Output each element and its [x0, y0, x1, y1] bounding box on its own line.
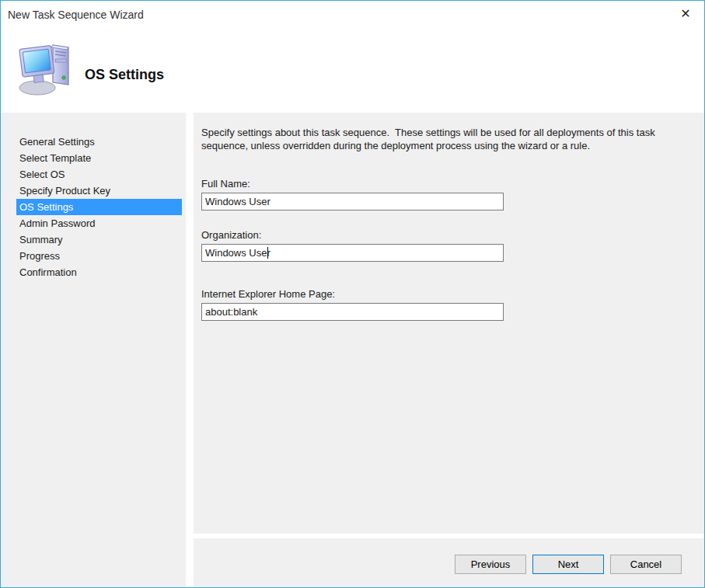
page-title: OS Settings: [85, 67, 164, 83]
wizard-window: New Task Sequence Wizard ✕: [0, 0, 705, 588]
close-icon: ✕: [680, 6, 690, 21]
full-name-input[interactable]: [201, 193, 504, 210]
sidebar-item-general-settings[interactable]: General Settings: [16, 134, 182, 150]
page-description: Specify settings about this task sequenc…: [201, 126, 672, 152]
organization-field-group: Organization:: [201, 229, 504, 262]
window-title: New Task Sequence Wizard: [8, 9, 144, 21]
text-caret: [267, 247, 268, 259]
wizard-footer: Previous Next Cancel: [194, 538, 704, 587]
button-row: Previous Next Cancel: [455, 555, 682, 574]
sidebar-item-specify-product-key[interactable]: Specify Product Key: [16, 183, 182, 199]
previous-button[interactable]: Previous: [455, 555, 526, 574]
full-name-label: Full Name:: [201, 178, 504, 190]
wizard-page-content: Specify settings about this task sequenc…: [194, 113, 705, 534]
ie-home-page-field-group: Internet Explorer Home Page:: [201, 288, 504, 321]
titlebar: New Task Sequence Wizard ✕: [1, 1, 704, 26]
sidebar-item-confirmation[interactable]: Confirmation: [16, 264, 182, 280]
sidebar-item-os-settings[interactable]: OS Settings: [16, 199, 182, 215]
ie-home-page-input[interactable]: [201, 303, 504, 321]
sidebar-item-select-template[interactable]: Select Template: [16, 150, 182, 166]
sidebar-item-progress[interactable]: Progress: [16, 248, 182, 264]
wizard-step-sidebar: General Settings Select Template Select …: [1, 113, 186, 587]
next-button[interactable]: Next: [532, 555, 604, 574]
computer-icon: [17, 40, 75, 96]
organization-input[interactable]: [201, 244, 504, 262]
organization-label: Organization:: [201, 229, 504, 241]
cancel-button[interactable]: Cancel: [610, 555, 682, 574]
full-name-field-group: Full Name:: [201, 178, 504, 210]
close-button[interactable]: ✕: [673, 2, 698, 24]
sidebar-item-summary[interactable]: Summary: [16, 231, 182, 248]
ie-home-page-label: Internet Explorer Home Page:: [201, 288, 504, 300]
wizard-step-list: General Settings Select Template Select …: [1, 134, 186, 280]
wizard-header: OS Settings: [1, 26, 704, 113]
sidebar-item-select-os[interactable]: Select OS: [16, 166, 182, 183]
sidebar-item-admin-password[interactable]: Admin Password: [16, 215, 182, 231]
